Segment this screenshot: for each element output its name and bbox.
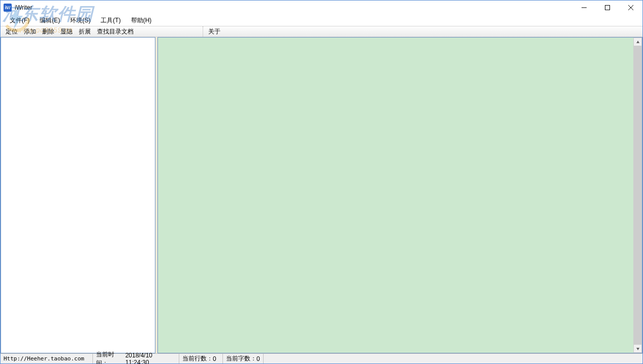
vertical-scrollbar[interactable] (633, 38, 642, 353)
close-button[interactable] (619, 1, 642, 15)
editor-container (157, 37, 642, 353)
tb-toggle-visibility[interactable]: 显隐 (57, 27, 76, 36)
status-lines-label: 当前行数： (182, 354, 213, 363)
scroll-thumb[interactable] (633, 46, 642, 344)
menu-file[interactable]: 文件(F) (5, 15, 35, 26)
maximize-button[interactable] (596, 1, 619, 15)
tb-locate[interactable]: 定位 (3, 27, 21, 36)
svg-marker-4 (636, 41, 639, 43)
scroll-down-arrow[interactable] (633, 344, 642, 353)
menu-tools[interactable]: 工具(T) (95, 15, 125, 26)
status-lines-value: 0 (213, 355, 216, 362)
scroll-track[interactable] (633, 46, 642, 344)
toolbar-group-about: 关于 (203, 26, 223, 37)
menu-edit[interactable]: 编辑(E) (35, 15, 65, 26)
tb-fold-expand[interactable]: 折展 (76, 27, 94, 36)
menu-bar: 文件(F) 编辑(E) 环境(S) 工具(T) 帮助(H) (1, 15, 642, 26)
directory-tree-panel[interactable] (1, 37, 155, 353)
window-title: iWriter (15, 4, 32, 11)
minimize-button[interactable] (572, 1, 596, 15)
scroll-up-arrow[interactable] (633, 38, 642, 46)
status-url: Http://Heeher.taobao.com (1, 354, 93, 363)
menu-environment[interactable]: 环境(S) (65, 15, 95, 26)
tb-about[interactable]: 关于 (205, 27, 223, 36)
svg-rect-1 (605, 6, 610, 10)
status-chars-value: 0 (256, 355, 260, 362)
status-lines: 当前行数：0 (179, 354, 223, 363)
toolbar-group-main: 定位 添加 删除 显隐 折展 查找目录文档 (1, 26, 137, 37)
app-window: iW iWriter 文件(F) 编辑(E) 环境(S) 工具(T) 帮助(H)… (0, 0, 643, 364)
text-editor[interactable] (158, 38, 633, 353)
content-area (1, 37, 642, 353)
status-time-label: 当前时间： (96, 350, 125, 365)
app-icon: iW (4, 4, 12, 12)
tb-search-doc[interactable]: 查找目录文档 (94, 27, 137, 36)
toolbar: 定位 添加 删除 显隐 折展 查找目录文档 关于 (1, 26, 642, 37)
svg-marker-5 (636, 348, 639, 350)
window-controls (572, 1, 642, 15)
status-time-value: 2018/4/10 11:24:30 (125, 352, 176, 365)
tb-delete[interactable]: 删除 (39, 27, 57, 36)
title-bar[interactable]: iW iWriter (1, 1, 642, 15)
tb-add[interactable]: 添加 (21, 27, 39, 36)
menu-help[interactable]: 帮助(H) (126, 15, 157, 26)
status-chars: 当前字数：0 (223, 354, 264, 363)
status-chars-label: 当前字数： (226, 354, 256, 363)
status-bar: Http://Heeher.taobao.com 当前时间：2018/4/10 … (1, 353, 642, 363)
status-time: 当前时间：2018/4/10 11:24:30 (93, 354, 179, 363)
